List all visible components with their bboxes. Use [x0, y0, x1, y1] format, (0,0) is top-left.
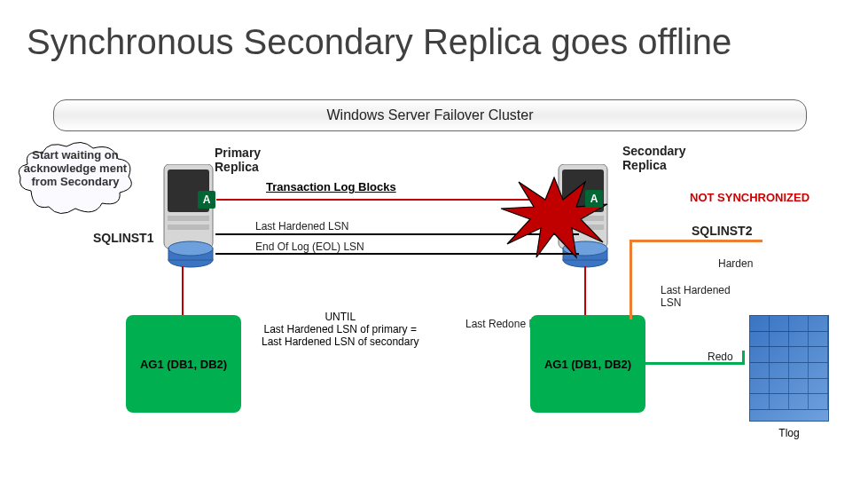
ag-primary: AG1 (DB1, DB2)	[126, 315, 241, 413]
svg-rect-2	[168, 216, 209, 221]
tlog-block-icon	[749, 315, 829, 422]
cluster-label: Windows Server Failover Cluster	[53, 99, 807, 131]
v-connector-secondary	[584, 266, 586, 315]
ag-secondary-label: AG1 (DB1, DB2)	[544, 358, 631, 371]
until-condition: UNTIL Last Hardened LSN of primary = Las…	[262, 311, 418, 348]
ag-primary-label: AG1 (DB1, DB2)	[140, 358, 227, 371]
sync-status: NOT SYNCHRONIZED	[690, 191, 809, 204]
thought-text: Start waiting on acknowledge ment from S…	[24, 148, 127, 188]
secondary-a-badge: A	[585, 190, 603, 208]
svg-rect-3	[168, 225, 209, 230]
eol-lsn-label: End Of Log (EOL) LSN	[255, 241, 364, 253]
green-connector	[645, 351, 745, 365]
transaction-log-label: Transaction Log Blocks	[266, 180, 396, 193]
explosion-icon	[497, 173, 612, 262]
sqlinst2-label: SQLINST2	[692, 224, 752, 238]
orange-connector	[629, 240, 762, 319]
sqlinst1-label: SQLINST1	[93, 231, 153, 245]
slide-title: Synchronous Secondary Replica goes offli…	[27, 22, 731, 62]
secondary-replica-label: Secondary Replica	[622, 144, 686, 172]
ag-secondary: AG1 (DB1, DB2)	[530, 315, 645, 413]
primary-replica-label: Primary Replica	[215, 146, 261, 174]
last-hardened-lsn-label: Last Hardened LSN	[255, 220, 348, 233]
tlog-caption: Tlog	[749, 427, 829, 439]
tlog-column: Tlog	[749, 315, 829, 439]
v-connector-primary	[182, 266, 184, 315]
svg-point-6	[168, 241, 213, 256]
server-primary-icon	[155, 164, 235, 271]
primary-a-badge: A	[198, 191, 215, 209]
thought-bubble: Start waiting on acknowledge ment from S…	[13, 138, 137, 219]
